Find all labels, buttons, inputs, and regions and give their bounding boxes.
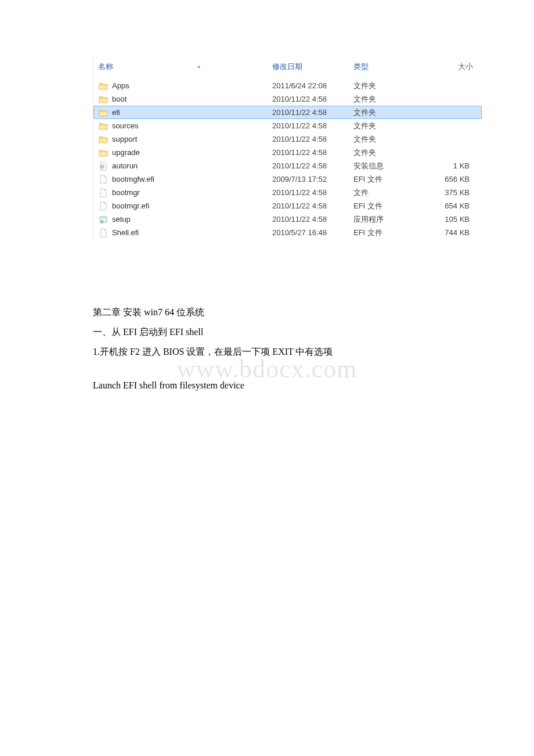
cell-type: EFI 文件 bbox=[353, 228, 427, 238]
file-name: Apps bbox=[112, 81, 129, 90]
folder-icon bbox=[98, 148, 109, 157]
cell-date: 2010/11/22 4:58 bbox=[272, 161, 353, 170]
cell-name: upgrade bbox=[98, 148, 272, 157]
file-name: boot bbox=[112, 95, 127, 103]
section-heading: 一、从 EFI 启动到 EFI shell bbox=[93, 323, 441, 341]
folder-icon bbox=[98, 81, 109, 91]
step-text: 1.开机按 F2 进入 BIOS 设置，在最后一下项 EXIT 中有选项 bbox=[93, 343, 441, 361]
cell-size: 654 KB bbox=[427, 201, 473, 210]
cell-size: 105 KB bbox=[427, 215, 473, 224]
table-row[interactable]: boot2010/11/22 4:58文件夹 bbox=[93, 92, 482, 106]
cell-date: 2010/11/22 4:58 bbox=[272, 215, 353, 224]
file-name: upgrade bbox=[112, 148, 140, 157]
table-row[interactable]: sources2010/11/22 4:58文件夹 bbox=[93, 119, 482, 132]
folder-icon bbox=[98, 135, 109, 144]
cell-type: 文件夹 bbox=[353, 107, 427, 118]
file-name: bootmgfw.efi bbox=[112, 175, 154, 183]
column-header-size[interactable]: 大小 bbox=[427, 59, 473, 74]
cell-date: 2011/6/24 22:08 bbox=[272, 81, 353, 90]
cell-type: EFI 文件 bbox=[353, 174, 427, 185]
cell-type: 文件夹 bbox=[353, 94, 427, 105]
cell-date: 2010/5/27 16:48 bbox=[272, 228, 353, 237]
file-name: efi bbox=[112, 108, 120, 117]
table-row[interactable]: bootmgr.efi2010/11/22 4:58EFI 文件654 KB bbox=[93, 199, 482, 213]
cell-name: efi bbox=[98, 108, 272, 117]
sort-ascending-icon: ▲ bbox=[197, 64, 201, 69]
table-row[interactable]: bootmgr2010/11/22 4:58文件375 KB bbox=[93, 186, 482, 199]
cell-date: 2010/11/22 4:58 bbox=[272, 95, 353, 103]
cell-size: 656 KB bbox=[427, 175, 473, 183]
file-name: sources bbox=[112, 121, 139, 130]
cell-type: 文件 bbox=[353, 188, 427, 198]
cell-type: 文件夹 bbox=[353, 134, 427, 145]
setup-info-icon bbox=[98, 161, 109, 171]
cell-date: 2010/11/22 4:58 bbox=[272, 201, 353, 210]
file-explorer-list: 名称 ▲ 修改日期 类型 大小 Apps2011/6/24 22:08文件夹bo… bbox=[93, 58, 482, 239]
file-icon bbox=[98, 228, 109, 237]
cell-date: 2010/11/22 4:58 bbox=[272, 135, 353, 143]
cell-name: boot bbox=[98, 95, 272, 104]
cell-name: bootmgr bbox=[98, 188, 272, 197]
table-row[interactable]: upgrade2010/11/22 4:58文件夹 bbox=[93, 146, 482, 159]
table-row[interactable]: setup2010/11/22 4:58应用程序105 KB bbox=[93, 213, 482, 226]
cell-type: 应用程序 bbox=[353, 214, 427, 225]
column-header-date[interactable]: 修改日期 bbox=[272, 59, 353, 74]
chapter-heading: 第二章 安装 win7 64 位系统 bbox=[93, 303, 441, 322]
cell-date: 2010/11/22 4:58 bbox=[272, 121, 353, 130]
file-name: Shell.efi bbox=[112, 228, 139, 237]
table-row[interactable]: Shell.efi2010/5/27 16:48EFI 文件744 KB bbox=[93, 226, 482, 239]
cell-name: Apps bbox=[98, 81, 272, 91]
folder-icon bbox=[98, 95, 109, 104]
shell-option-text: Launch EFI shell from filesystem device bbox=[93, 376, 441, 395]
file-icon bbox=[98, 175, 109, 184]
file-name: autorun bbox=[112, 161, 138, 170]
file-name: setup bbox=[112, 215, 131, 224]
column-headers-row: 名称 ▲ 修改日期 类型 大小 bbox=[93, 58, 482, 79]
column-header-name[interactable]: 名称 ▲ bbox=[98, 59, 272, 74]
folder-icon bbox=[98, 108, 109, 117]
file-icon bbox=[98, 201, 109, 211]
file-icon bbox=[98, 188, 109, 197]
cell-date: 2010/11/22 4:58 bbox=[272, 148, 353, 157]
cell-size: 1 KB bbox=[427, 161, 473, 170]
cell-size: 375 KB bbox=[427, 188, 473, 197]
cell-type: 文件夹 bbox=[353, 81, 427, 91]
cell-name: setup bbox=[98, 215, 272, 224]
cell-date: 2010/11/22 4:58 bbox=[272, 188, 353, 197]
column-header-type[interactable]: 类型 bbox=[353, 59, 427, 74]
application-icon bbox=[98, 215, 109, 224]
column-header-name-label: 名称 bbox=[98, 62, 113, 71]
table-row[interactable]: bootmgfw.efi2009/7/13 17:52EFI 文件656 KB bbox=[93, 172, 482, 186]
cell-type: 安装信息 bbox=[353, 161, 427, 171]
cell-size: 744 KB bbox=[427, 228, 473, 237]
cell-name: autorun bbox=[98, 161, 272, 171]
cell-date: 2009/7/13 17:52 bbox=[272, 175, 353, 183]
cell-type: 文件夹 bbox=[353, 121, 427, 131]
file-name: support bbox=[112, 135, 137, 143]
table-row[interactable]: autorun2010/11/22 4:58安装信息1 KB bbox=[93, 159, 482, 172]
cell-name: support bbox=[98, 135, 272, 144]
folder-icon bbox=[98, 121, 109, 131]
cell-name: bootmgr.efi bbox=[98, 201, 272, 211]
cell-date: 2010/11/22 4:58 bbox=[272, 108, 353, 117]
table-row[interactable]: support2010/11/22 4:58文件夹 bbox=[93, 132, 482, 146]
cell-name: Shell.efi bbox=[98, 228, 272, 237]
cell-type: 文件夹 bbox=[353, 147, 427, 158]
table-row[interactable]: efi2010/11/22 4:58文件夹 bbox=[93, 106, 482, 119]
file-name: bootmgr.efi bbox=[112, 201, 149, 210]
cell-type: EFI 文件 bbox=[353, 201, 427, 211]
cell-name: sources bbox=[98, 121, 272, 131]
table-row[interactable]: Apps2011/6/24 22:08文件夹 bbox=[93, 79, 482, 92]
file-name: bootmgr bbox=[112, 188, 140, 197]
cell-name: bootmgfw.efi bbox=[98, 175, 272, 184]
document-body: 第二章 安装 win7 64 位系统 一、从 EFI 启动到 EFI shell… bbox=[93, 303, 441, 395]
